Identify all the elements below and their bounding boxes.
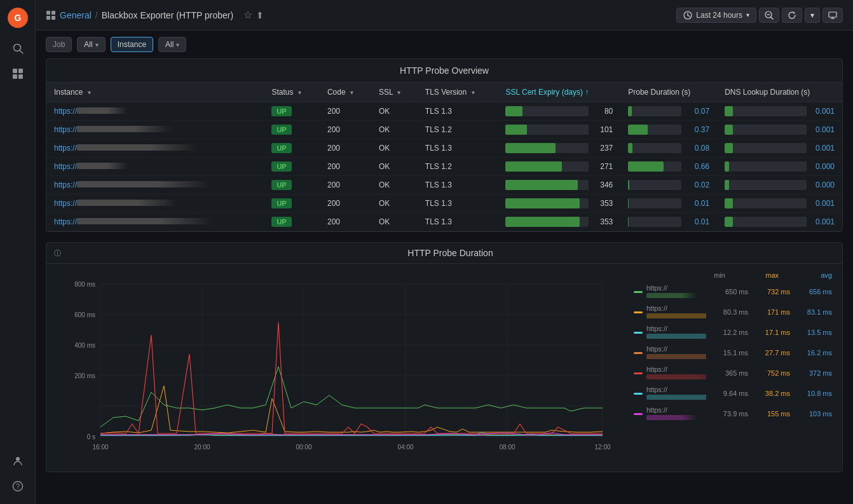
table-row[interactable]: https:// UP 200 OK TLS 1.2 271 0.66 0.00… (46, 158, 842, 176)
svg-text:20:00: 20:00 (194, 444, 210, 451)
help-icon[interactable]: ? (8, 476, 28, 496)
cell-code: 200 (320, 213, 371, 231)
table-row[interactable]: https:// UP 200 OK TLS 1.2 101 0.37 0.00… (46, 121, 842, 139)
app-logo[interactable]: G (8, 8, 28, 28)
cell-probe-duration: 0.08 (620, 139, 717, 158)
legend-item[interactable]: https:// 650 ms 732 ms 656 ms (631, 283, 835, 301)
legend-series-name: https:// (646, 345, 706, 360)
legend-max-val: 17.1 ms (752, 329, 790, 336)
svg-text:200 ms: 200 ms (74, 372, 95, 379)
user-icon[interactable] (8, 451, 28, 471)
favorite-icon[interactable]: ☆ (243, 9, 252, 21)
instance-filter-select[interactable]: All ▾ (158, 37, 186, 52)
legend-series-name: https:// (646, 284, 706, 299)
cell-status: UP (264, 102, 320, 121)
col-dns-duration[interactable]: DNS Lookup Duration (s) (717, 83, 842, 102)
share-icon[interactable]: ⬆ (256, 10, 264, 20)
table-row[interactable]: https:// UP 200 OK TLS 1.3 353 0.01 0.00… (46, 194, 842, 213)
cell-ssl: OK (371, 102, 418, 121)
svg-rect-7 (18, 74, 23, 79)
chart-area[interactable]: 800 ms 600 ms 400 ms 200 ms 0 s 16:00 20… (54, 271, 624, 464)
cell-tls: TLS 1.2 (418, 121, 498, 139)
svg-text:16:00: 16:00 (92, 444, 108, 451)
info-icon[interactable]: ⓘ (54, 249, 61, 258)
cell-dns-duration: 0.000 (717, 176, 842, 194)
legend-item[interactable]: https:// 12.2 ms 17.1 ms 13.5 ms (631, 324, 835, 341)
legend-color-swatch (634, 291, 643, 293)
col-tls[interactable]: TLS Version ▾ (418, 83, 498, 102)
cell-probe-duration: 0.66 (620, 158, 717, 176)
tv-mode-btn[interactable] (822, 8, 843, 23)
col-code[interactable]: Code ▾ (320, 83, 371, 102)
legend-min-val: 73.9 ms (710, 410, 748, 418)
time-range-picker[interactable]: Last 24 hours ▾ (676, 8, 756, 23)
col-instance[interactable]: Instance ▾ (46, 83, 264, 102)
svg-rect-21 (829, 12, 836, 17)
overview-panel-title: HTTP Probe Overview (46, 59, 842, 83)
svg-text:12:00: 12:00 (594, 444, 610, 451)
dashboards-icon[interactable] (8, 64, 28, 84)
table-row[interactable]: https:// UP 200 OK TLS 1.3 80 0.07 0.001 (46, 102, 842, 121)
legend-color-swatch (634, 311, 643, 313)
cell-dns-duration: 0.001 (717, 139, 842, 158)
cell-dns-duration: 0.001 (717, 213, 842, 231)
svg-rect-14 (51, 16, 55, 20)
legend-min-val: 9.64 ms (710, 390, 748, 397)
breadcrumb-home[interactable]: General (60, 10, 92, 20)
job-filter-select[interactable]: All ▾ (77, 37, 105, 52)
legend-item[interactable]: https:// 80.3 ms 171 ms 83.1 ms (631, 303, 835, 321)
legend-item[interactable]: https:// 15.1 ms 27.7 ms 16.2 ms (631, 344, 835, 362)
dashboard-content: HTTP Probe Overview Instance ▾ Status ▾ … (36, 58, 853, 504)
table-row[interactable]: https:// UP 200 OK TLS 1.3 346 0.02 0.00… (46, 176, 842, 194)
job-filter-label: Job (46, 37, 72, 52)
svg-text:00:00: 00:00 (296, 444, 311, 451)
legend-series-name: https:// (646, 325, 706, 340)
svg-point-8 (16, 457, 20, 461)
cell-instance: https:// (46, 213, 264, 231)
table-row[interactable]: https:// UP 200 OK TLS 1.3 237 0.08 0.00… (46, 139, 842, 158)
chart-body: 800 ms 600 ms 400 ms 200 ms 0 s 16:00 20… (46, 264, 842, 472)
table-row[interactable]: https:// UP 200 OK TLS 1.3 353 0.01 0.00… (46, 213, 842, 231)
cell-code: 200 (320, 121, 371, 139)
chart-title: HTTP Probe Duration (66, 248, 835, 258)
legend-item[interactable]: https:// 365 ms 752 ms 372 ms (631, 364, 835, 382)
svg-rect-12 (51, 11, 55, 15)
cell-status: UP (264, 139, 320, 158)
tv-icon (828, 11, 837, 20)
dashboards-nav-icon (46, 10, 56, 20)
svg-line-3 (20, 51, 23, 54)
col-probe-duration[interactable]: Probe Duration (s) (620, 83, 717, 102)
svg-rect-13 (46, 16, 50, 20)
cell-probe-duration: 0.01 (620, 194, 717, 213)
cell-dns-duration: 0.000 (717, 158, 842, 176)
instance-filter-label[interactable]: Instance (111, 37, 153, 52)
legend-avg-header: avg (794, 271, 832, 279)
cell-instance: https:// (46, 139, 264, 158)
cell-cert-expiry: 353 (498, 213, 620, 231)
legend-min-val: 650 ms (710, 288, 748, 296)
refresh-btn[interactable] (782, 8, 802, 23)
cell-instance: https:// (46, 121, 264, 139)
zoom-out-btn[interactable] (759, 8, 779, 23)
cell-instance: https:// (46, 102, 264, 121)
col-cert-expiry[interactable]: SSL Cert Expiry (days) ↑ (498, 83, 620, 102)
svg-text:0 s: 0 s (87, 433, 95, 440)
col-status[interactable]: Status ▾ (264, 83, 320, 102)
cell-ssl: OK (371, 139, 418, 158)
legend-item[interactable]: https:// 73.9 ms 155 ms 103 ms (631, 405, 835, 423)
cell-ssl: OK (371, 213, 418, 231)
svg-line-20 (771, 17, 774, 19)
legend-min-val: 80.3 ms (710, 308, 748, 316)
col-ssl[interactable]: SSL ▾ (371, 83, 418, 102)
legend-min-val: 365 ms (710, 369, 748, 377)
search-icon[interactable] (8, 38, 28, 58)
cell-cert-expiry: 271 (498, 158, 620, 176)
legend-color-swatch (634, 332, 643, 334)
cell-dns-duration: 0.001 (717, 121, 842, 139)
cell-ssl: OK (371, 121, 418, 139)
refresh-dropdown-btn[interactable]: ▾ (805, 8, 820, 23)
chart-header: ⓘ HTTP Probe Duration (46, 243, 842, 264)
cell-ssl: OK (371, 194, 418, 213)
legend-item[interactable]: https:// 9.64 ms 38.2 ms 10.8 ms (631, 385, 835, 402)
svg-rect-4 (13, 69, 17, 73)
